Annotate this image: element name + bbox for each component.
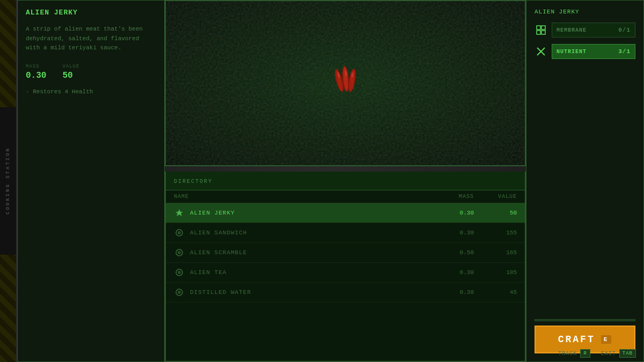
row-icon [174,208,185,218]
row-icon [174,247,185,258]
table-row[interactable]: ALIEN SANDWICH0.30155 [166,223,525,243]
row-item-name: ALIEN SANDWICH [190,230,420,236]
directory-panel: DIRECTORY NAME MASS VALUE ALIEN JERKY0.3… [165,172,526,362]
ingredient-count: 3/1 [618,48,631,55]
table-row[interactable]: ALIEN JERKY0.3050 [166,203,525,223]
ingredient-icon [535,45,547,58]
cooking-station-sidebar: COOKING STATION [0,0,17,362]
craft-area: CRAFT E [535,308,635,353]
table-row[interactable]: ALIEN TEA0.30105 [166,263,525,283]
directory-header: DIRECTORY [166,172,525,190]
svg-point-16 [178,251,181,254]
col-mass-header: MASS [420,194,474,200]
row-item-mass: 0.30 [420,269,474,276]
value-value: 50 [62,71,79,80]
track-key: R [580,349,590,358]
row-item-value: 165 [474,249,517,256]
row-item-mass: 0.30 [420,210,474,216]
row-item-mass: 0.50 [420,249,474,256]
svg-rect-24 [541,31,545,34]
row-item-value: 105 [474,269,517,276]
row-item-name: ALIEN SCRAMBLE [190,249,420,256]
row-item-mass: 0.30 [420,289,474,295]
mass-label: MASS [26,64,46,69]
hazard-stripes-bottom [0,255,16,362]
row-icon [174,267,185,278]
ingredient-name: MEMBRANE [557,27,587,33]
craft-label: CRAFT [558,334,595,345]
svg-rect-21 [537,26,540,29]
directory-title: DIRECTORY [174,179,213,184]
ingredient-item: MEMBRANE0/1 [535,21,635,39]
exit-key: TAB [619,349,636,358]
item-description: A strip of alien meat that's been dehydr… [26,25,156,53]
mass-value: 0.30 [26,71,46,80]
exit-action: EXIT TAB [601,349,636,358]
main-container: COOKING STATION ALIEN JERKY A strip of a… [0,0,644,362]
ingredient-bar: NUTRIENT3/1 [552,44,635,59]
ingredients-list: MEMBRANE0/1NUTRIENT3/1 [535,21,635,64]
table-row[interactable]: DISTILLED WATER0.3045 [166,283,525,302]
bottom-bar: TRACK R EXIT TAB [558,349,636,358]
row-item-mass: 0.30 [420,230,474,236]
row-item-value: 50 [474,210,517,216]
ingredient-bar: MEMBRANE0/1 [552,23,635,38]
directory-rows-container: ALIEN JERKY0.3050ALIEN SANDWICH0.30155AL… [166,203,525,302]
row-icon [174,287,185,298]
value-stat: VALUE 50 [62,64,79,80]
item-effect: · Restores 4 Health [26,88,156,95]
track-label: TRACK [558,351,577,357]
ingredients-title: ALIEN JERKY [535,9,635,15]
directory-table: NAME MASS VALUE ALIEN JERKY0.3050ALIEN S… [166,190,525,302]
ingredient-icon [535,24,547,36]
ingredient-name: NUTRIENT [557,49,587,55]
row-icon [174,227,185,238]
row-item-name: ALIEN JERKY [190,210,420,216]
col-value-header: VALUE [474,194,517,200]
svg-point-18 [178,271,181,274]
item-stats: MASS 0.30 VALUE 50 [26,64,156,80]
svg-marker-12 [175,209,183,216]
ingredient-count: 0/1 [618,27,631,33]
svg-point-20 [178,291,181,294]
craft-key-badge: E [601,335,612,344]
left-panel: ALIEN JERKY A strip of alien meat that's… [17,0,165,362]
svg-rect-22 [541,26,545,29]
track-action: TRACK R [558,349,590,358]
item-illustration [324,56,367,110]
col-name-header: NAME [174,194,420,200]
exit-label: EXIT [601,351,616,357]
mass-stat: MASS 0.30 [26,64,46,80]
table-header: NAME MASS VALUE [166,190,525,203]
row-item-name: ALIEN TEA [190,269,420,276]
item-title: ALIEN JERKY [26,9,156,17]
row-item-value: 155 [474,230,517,236]
center-area: DIRECTORY NAME MASS VALUE ALIEN JERKY0.3… [165,0,526,362]
station-label: COOKING STATION [5,147,11,215]
svg-point-14 [178,231,181,234]
preview-panel [165,0,526,166]
ingredient-item: NUTRIENT3/1 [535,43,635,60]
row-item-name: DISTILLED WATER [190,289,420,295]
svg-rect-23 [537,31,540,34]
right-panel: ALIEN JERKY MEMBRANE0/1NUTRIENT3/1 CRAFT… [526,0,644,362]
craft-progress-bar [535,319,635,321]
row-item-value: 45 [474,289,517,295]
hazard-stripes-top [0,0,16,107]
table-row[interactable]: ALIEN SCRAMBLE0.50165 [166,243,525,263]
value-label: VALUE [62,64,79,69]
